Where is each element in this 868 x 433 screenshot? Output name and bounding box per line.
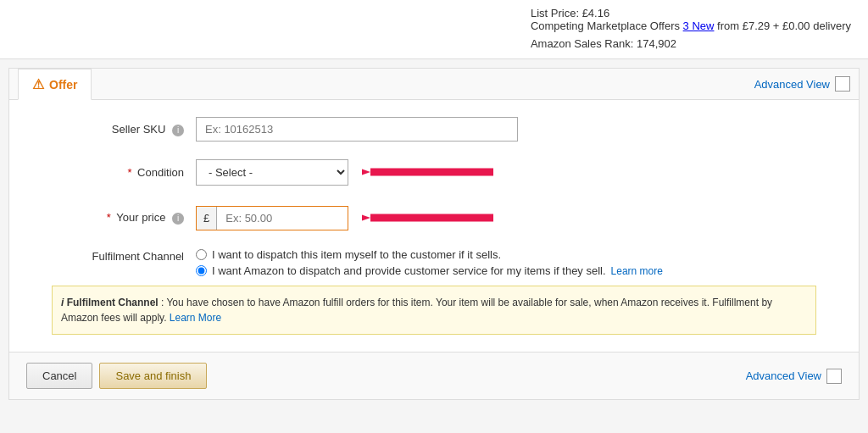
save-button[interactable]: Save and finish xyxy=(99,363,207,389)
fulfilment-note-icon: i xyxy=(61,297,67,308)
your-price-row: * Your price i £ xyxy=(43,203,825,233)
advanced-view-bottom-label: Advanced View xyxy=(746,369,821,382)
product-info: List Price: £4.16 Competing Marketplace … xyxy=(531,7,851,50)
cancel-button[interactable]: Cancel xyxy=(26,363,92,389)
your-price-info-icon[interactable]: i xyxy=(172,213,184,225)
fulfilment-note-body: : You have chosen to have Amazon fulfill… xyxy=(61,297,772,324)
competing-title: Competing Marketplace Offers xyxy=(531,19,680,32)
sales-rank-label: Amazon Sales Rank: xyxy=(531,37,633,50)
offer-tab-label: Offer xyxy=(49,78,77,92)
offer-tab[interactable]: ⚠ Offer xyxy=(18,69,92,100)
fulfilment-option1-text: I want to dispatch this item myself to t… xyxy=(212,248,501,261)
condition-label: * Condition xyxy=(43,166,196,179)
list-price-value: £4.16 xyxy=(582,7,610,19)
your-price-required: * xyxy=(107,211,111,224)
list-price-label: List Price: xyxy=(531,7,579,19)
price-arrow xyxy=(362,203,498,233)
fulfilment-options: I want to dispatch this item myself to t… xyxy=(196,248,663,277)
warning-icon: ⚠ xyxy=(32,76,44,92)
price-input[interactable] xyxy=(217,207,348,230)
advanced-view-bottom-checkbox[interactable] xyxy=(826,369,842,384)
footer-bar: Cancel Save and finish Advanced View xyxy=(9,352,859,399)
fulfilment-channel-label: Fulfilment Channel xyxy=(43,248,196,263)
seller-sku-input[interactable] xyxy=(196,117,518,142)
fulfilment-option2-label[interactable]: I want Amazon to dispatch and provide cu… xyxy=(196,264,663,277)
competing-new-link[interactable]: 3 New xyxy=(683,19,715,32)
fulfilment-note-title: Fulfilment Channel xyxy=(67,297,159,308)
footer-buttons: Cancel Save and finish xyxy=(26,363,207,389)
condition-select[interactable]: - Select - New Used - Like New Used - Ve… xyxy=(196,159,348,186)
seller-sku-label: Seller SKU i xyxy=(43,123,196,136)
main-container: ⚠ Offer Advanced View Seller SKU i * C xyxy=(8,68,860,400)
advanced-view-bottom[interactable]: Advanced View xyxy=(746,369,842,384)
offer-tab-bar: ⚠ Offer Advanced View xyxy=(9,69,859,100)
advanced-view-top-label: Advanced View xyxy=(754,78,830,91)
seller-sku-row: Seller SKU i xyxy=(43,117,825,142)
price-input-wrapper: £ xyxy=(196,206,348,230)
condition-arrow xyxy=(362,157,498,187)
condition-required: * xyxy=(127,166,131,179)
form-fields-wrapper: Seller SKU i * Condition - Select - New … xyxy=(43,117,825,277)
fulfilment-option1-label[interactable]: I want to dispatch this item myself to t… xyxy=(196,248,663,261)
price-currency: £ xyxy=(197,207,217,230)
condition-row: * Condition - Select - New Used - Like N… xyxy=(43,157,825,187)
your-price-label: * Your price i xyxy=(43,211,196,225)
advanced-view-top-checkbox[interactable] xyxy=(835,76,850,92)
fulfilment-note: i Fulfilment Channel : You have chosen t… xyxy=(52,286,816,335)
form-area: Seller SKU i * Condition - Select - New … xyxy=(9,100,859,352)
fulfilment-option2-text: I want Amazon to dispatch and provide cu… xyxy=(212,264,606,277)
top-info-bar: List Price: £4.16 Competing Marketplace … xyxy=(0,0,868,59)
competing-from: from £7.29 + £0.00 delivery xyxy=(717,19,851,32)
seller-sku-info-icon[interactable]: i xyxy=(172,125,184,136)
fulfilment-option1-radio[interactable] xyxy=(196,249,207,260)
fulfilment-note-link[interactable]: Learn More xyxy=(170,312,221,324)
fulfilment-option2-radio[interactable] xyxy=(196,265,207,276)
sales-rank-value: 174,902 xyxy=(637,37,676,50)
advanced-view-top[interactable]: Advanced View xyxy=(754,76,850,92)
fulfilment-channel-row: Fulfilment Channel I want to dispatch th… xyxy=(43,248,825,277)
fulfilment-learn-more-link[interactable]: Learn more xyxy=(611,265,663,277)
